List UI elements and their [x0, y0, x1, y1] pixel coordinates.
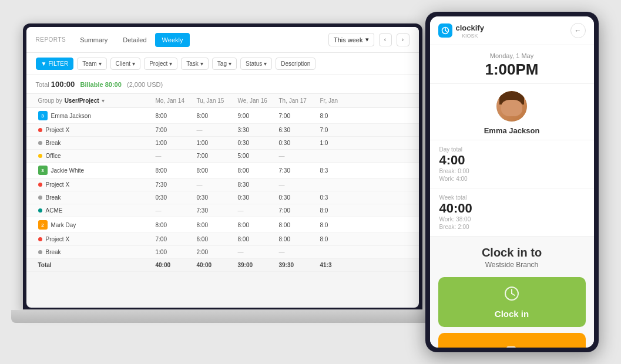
clock-in-title: Clock in to [482, 246, 542, 259]
col-thu: Th, Jan 17 [277, 94, 318, 107]
billable-value: 80:00 [105, 81, 122, 88]
day-stats: Day total 4:00 Break: 0:00 Work: 4:00 [430, 140, 594, 188]
client-filter[interactable]: Client ▾ [110, 58, 141, 70]
total-value: 100:00 [51, 80, 75, 89]
kiosk-header: clockify KIOSK ← [430, 16, 594, 45]
tablet: clockify KIOSK ← Monday, 1 May 1:00PM [425, 12, 599, 352]
cell: 8:00 [194, 110, 236, 122]
week-total-value: 40:00 [439, 202, 585, 215]
cell: 3:30 [236, 124, 277, 136]
cell [318, 250, 359, 255]
nav-next-button[interactable]: › [397, 33, 409, 46]
app-header-left: REPORTS Summary Detailed Weekly [36, 33, 190, 47]
status-filter[interactable]: Status ▾ [240, 58, 272, 70]
table-row: Break 0:30 0:30 0:30 0:30 0:3 [26, 191, 419, 204]
chevron-down-icon: ▾ [365, 36, 369, 43]
cell: — [236, 246, 277, 258]
filter-bar: ▼ FILTER Team ▾ Client ▾ Project ▾ [26, 53, 419, 75]
back-button[interactable]: ← [570, 23, 586, 38]
cell: 2:00 [194, 246, 236, 258]
project-filter[interactable]: Project ▾ [144, 58, 177, 70]
cell: — [153, 150, 194, 162]
cell: 0:30 [194, 191, 236, 204]
cell: 0:30 [236, 137, 277, 149]
cell: 5:00 [236, 150, 277, 162]
laptop-base [11, 310, 434, 323]
avatar-face [496, 91, 527, 122]
cell: 7:00 [153, 233, 194, 245]
cell: 7:00 [194, 150, 236, 162]
clock-in-button[interactable]: Clock in [438, 277, 586, 327]
app-header: REPORTS Summary Detailed Weekly This wee… [26, 27, 419, 53]
row-name: ACME [36, 204, 153, 217]
dot-icon [38, 237, 42, 241]
description-filter[interactable]: Description [276, 58, 315, 70]
project-name: Break [46, 249, 61, 255]
cell: 6:00 [194, 233, 236, 245]
cell: 41:3 [318, 259, 359, 271]
dot-icon [38, 183, 42, 187]
user-badge: 2 [38, 220, 48, 230]
project-name: Project X [46, 127, 70, 133]
start-break-button[interactable]: Start break [438, 333, 586, 348]
clock-icon [503, 285, 520, 305]
table-row: 3 Emma Jackson 8:00 8:00 9:00 7:00 8:0 [26, 108, 419, 124]
project-name: Office [46, 153, 61, 159]
project-name: ACME [46, 207, 63, 214]
col-tue: Tu, Jan 15 [194, 94, 236, 107]
clockify-logo: clockify KIOSK [438, 22, 484, 39]
day-total-label: Day total [439, 146, 585, 153]
team-filter[interactable]: Team ▾ [77, 58, 106, 70]
week-selector[interactable]: This week ▾ [328, 33, 374, 46]
row-name: 3 Jackie White [36, 163, 153, 178]
table-row: Project X 7:00 — 3:30 6:30 7:0 [26, 124, 419, 137]
billable-label: Billable [80, 81, 103, 88]
cell: 1:00 [153, 246, 194, 258]
user-badge: 3 [38, 111, 48, 120]
cell: 8:0 [318, 110, 359, 122]
col-fri: Fr, Jan [318, 94, 359, 107]
status-filter-label: Status [246, 60, 262, 67]
tab-summary[interactable]: Summary [73, 33, 115, 47]
table-row: Break 1:00 1:00 0:30 0:30 1:0 [26, 137, 419, 150]
tablet-screen: clockify KIOSK ← Monday, 1 May 1:00PM [430, 16, 594, 348]
cell: 8:00 [194, 164, 236, 177]
cell: — [194, 124, 236, 136]
laptop-display: REPORTS Summary Detailed Weekly This wee… [26, 27, 419, 308]
cell: 8:0 [318, 233, 359, 245]
day-work: Work: 4:00 [439, 176, 585, 182]
day-break: Break: 0:00 [439, 168, 585, 174]
cell: — [194, 178, 236, 191]
cell [318, 153, 359, 159]
task-filter[interactable]: Task ▾ [181, 58, 209, 70]
cell: 7:30 [194, 204, 236, 217]
table-row: Break 1:00 2:00 — — [26, 246, 419, 259]
nav-prev-button[interactable]: ‹ [379, 33, 392, 46]
tab-detailed[interactable]: Detailed [116, 33, 153, 47]
group-by-label: Group by [38, 97, 62, 104]
cell: 7:0 [318, 124, 359, 136]
kiosk-label: KIOSK [456, 33, 484, 39]
laptop-screen: REPORTS Summary Detailed Weekly This wee… [23, 23, 422, 311]
reports-label: REPORTS [36, 36, 66, 43]
avatar-skin [501, 100, 522, 117]
user-name: Mark Day [51, 222, 76, 228]
project-name: Break [46, 194, 61, 201]
cell: 1:00 [194, 137, 236, 149]
clock-in-subtitle: Westside Branch [485, 261, 539, 269]
cell: 39:00 [236, 259, 277, 271]
table-header: Group by User/Project ▾ Mo, Jan 14 Tu, J… [26, 94, 419, 108]
group-by-header[interactable]: Group by User/Project ▾ [36, 94, 153, 107]
cell: — [236, 204, 277, 217]
week-stats: Week total 40:00 Work: 38:00 Break: 2:00 [430, 188, 594, 237]
cell: 0:30 [277, 137, 318, 149]
tab-weekly[interactable]: Weekly [155, 33, 190, 47]
cell: 7:00 [153, 124, 194, 136]
cell: 6:30 [277, 124, 318, 136]
chevron-down-icon: ▾ [229, 60, 231, 67]
week-work: Work: 38:00 [439, 216, 585, 223]
cell: 8:30 [236, 178, 277, 191]
filter-button[interactable]: ▼ FILTER [36, 58, 74, 70]
tag-filter[interactable]: Tag ▾ [212, 58, 237, 70]
cell: 1:0 [318, 137, 359, 149]
